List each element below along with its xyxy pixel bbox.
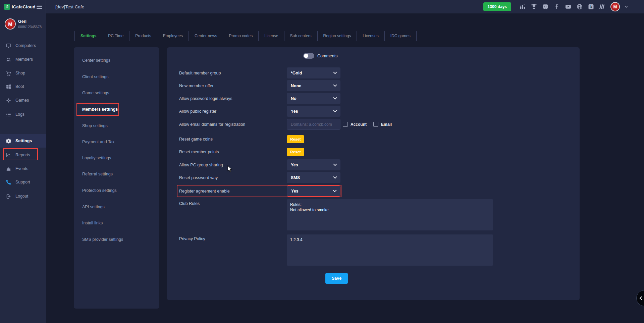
sidebar-item-settings[interactable]: Settings — [0, 134, 46, 148]
privacy-policy-label: Privacy Policy — [179, 234, 205, 243]
subnav-protection-settings[interactable]: Protection settings — [74, 185, 159, 196]
sidebar-item-label: Logs — [15, 112, 24, 117]
youtube-icon[interactable] — [565, 3, 572, 10]
sidebar-item-logs[interactable]: Logs — [0, 108, 46, 121]
sidebar-item-boot[interactable]: Boot — [0, 80, 46, 93]
form-row-new-member-offer: New member offer None — [179, 80, 573, 91]
tab-license[interactable]: License — [259, 31, 284, 41]
sidebar-item-shop[interactable]: Shop — [0, 66, 46, 80]
brand-area: i2 iCafeCloud — [0, 0, 46, 13]
sidebar: M Geri 008612345678 Computers Members Sh… — [0, 13, 46, 323]
ranking-icon[interactable] — [519, 3, 526, 10]
svg-text:i2: i2 — [590, 5, 592, 8]
comments-toggle[interactable] — [303, 53, 314, 59]
field-label: Register agreement enable — [179, 185, 230, 197]
cart-icon — [6, 70, 11, 76]
form-row-email-domains: Allow email domains for registration Acc… — [179, 119, 573, 130]
globe-icon[interactable] — [576, 3, 583, 10]
account-checkbox[interactable] — [343, 122, 348, 127]
settings-subnav: Center settings Client settings Game set… — [74, 47, 159, 309]
comments-toggle-row: Comments — [303, 53, 337, 59]
sidebar-item-events[interactable]: Events — [0, 162, 46, 175]
sidebar-item-label: Computers — [15, 43, 36, 48]
default-member-group-select[interactable]: *Gold — [287, 67, 340, 78]
sidebar-item-label: Support — [15, 180, 30, 184]
user-avatar[interactable]: M — [610, 2, 620, 11]
tab-settings[interactable]: Settings — [74, 31, 102, 41]
list-icon — [6, 112, 11, 117]
tab-idc-games[interactable]: IDC games — [385, 31, 417, 41]
gear-icon — [6, 138, 11, 144]
tab-promo-codes[interactable]: Promo codes — [223, 31, 259, 41]
subnav-sms-provider-settings[interactable]: SMS provider settings — [74, 234, 159, 245]
field-label: Allow public register — [179, 106, 216, 117]
field-label: New member offer — [179, 80, 214, 91]
sidebar-item-games[interactable]: Games — [0, 94, 46, 107]
tab-sub-centers[interactable]: Sub centers — [284, 31, 318, 41]
sidebar-item-reports[interactable]: Reports — [0, 148, 46, 162]
tab-pc-time[interactable]: PC Time — [102, 31, 129, 41]
new-member-offer-select[interactable]: None — [287, 80, 340, 91]
subnav-client-settings[interactable]: Client settings — [74, 72, 159, 82]
register-agreement-select[interactable]: Yes — [287, 185, 340, 197]
subnav-game-settings[interactable]: Game settings — [74, 88, 159, 98]
tab-products[interactable]: Products — [129, 31, 157, 41]
subnav-install-links[interactable]: Install links — [74, 218, 159, 228]
hamburger-menu-icon[interactable] — [37, 4, 42, 9]
tab-region-settings[interactable]: Region settings — [318, 31, 357, 41]
sidebar-item-support[interactable]: Support — [0, 175, 46, 189]
tab-center-news[interactable]: Center news — [189, 31, 223, 41]
sidebar-item-members[interactable]: Members — [0, 53, 46, 66]
tab-employees[interactable]: Employees — [157, 31, 189, 41]
subnav-center-settings[interactable]: Center settings — [74, 55, 159, 65]
subnav-referral-settings[interactable]: Referral settings — [74, 169, 159, 179]
reset-password-way-select[interactable]: SMS — [287, 172, 340, 183]
monitor-icon — [6, 43, 11, 49]
subnav-members-settings[interactable]: Members settings — [74, 104, 159, 114]
topbar-actions: 1300 days i2 M — [483, 2, 628, 11]
sidebar-item-computers[interactable]: Computers — [0, 39, 46, 52]
sidebar-item-label: Shop — [15, 71, 25, 75]
settings-tabs: Settings PC Time Products Employees Cent… — [74, 31, 630, 41]
icafecloud-app: { "topbar": { "brand": "iCafeCloud", "lo… — [0, 0, 644, 323]
subnav-api-settings[interactable]: API settings — [74, 202, 159, 212]
field-label: Default member group — [179, 67, 221, 78]
sidebar-item-label: Settings — [15, 139, 32, 143]
trophy-icon[interactable] — [531, 3, 537, 10]
reset-member-points-button[interactable]: Reset — [287, 148, 304, 156]
icafecloud-icon[interactable]: i2 — [588, 3, 594, 10]
facebook-icon[interactable] — [553, 3, 560, 10]
allow-password-login-select[interactable]: No — [287, 93, 340, 104]
form-row-reset-member-points: Reset member points Reset — [179, 148, 573, 156]
club-rules-textarea[interactable]: Rules: Not allowed to smoke — [287, 199, 493, 230]
discord-icon[interactable] — [542, 3, 549, 10]
pc-group-sharing-select[interactable]: Yes — [287, 159, 340, 170]
field-label: Allow PC group sharing — [179, 159, 223, 170]
brand-name: iCafeCloud — [12, 4, 36, 9]
sidebar-item-logout[interactable]: Logout — [0, 190, 46, 203]
subnav-payment-and-tax[interactable]: Payment and Tax — [74, 137, 159, 147]
sidebar-user[interactable]: M Geri 008612345678 — [5, 18, 42, 30]
field-label: Allow email domains for registration — [179, 119, 245, 130]
sidebar-item-label: Reports — [15, 153, 30, 157]
form-row-pc-group-sharing: Allow PC group sharing Yes — [179, 159, 573, 170]
save-button[interactable]: Save — [325, 273, 348, 284]
form-row-reset-game-coins: Reset game coins Reset — [179, 135, 573, 144]
subnav-shop-settings[interactable]: Shop settings — [74, 121, 159, 131]
privacy-policy-textarea[interactable]: 1.2.3.4 — [287, 234, 493, 266]
collapse-panel-button[interactable] — [636, 290, 644, 306]
subnav-loyalty-settings[interactable]: Loyalty settings — [74, 153, 159, 163]
apps-icon[interactable] — [599, 3, 606, 10]
email-checkbox[interactable] — [373, 122, 378, 127]
license-days-badge[interactable]: 1300 days — [483, 2, 511, 11]
gamepad-icon — [6, 98, 11, 103]
field-label: Reset game coins — [179, 135, 213, 144]
user-name: Geri — [18, 19, 42, 24]
allow-public-register-select[interactable]: Yes — [287, 106, 340, 117]
chevron-down-icon[interactable] — [625, 6, 628, 8]
avatar: M — [5, 18, 16, 30]
chevron-down-icon — [333, 96, 337, 99]
reset-game-coins-button[interactable]: Reset — [287, 135, 304, 143]
tab-licenses[interactable]: Licenses — [357, 31, 384, 41]
email-domains-input[interactable] — [287, 119, 340, 130]
